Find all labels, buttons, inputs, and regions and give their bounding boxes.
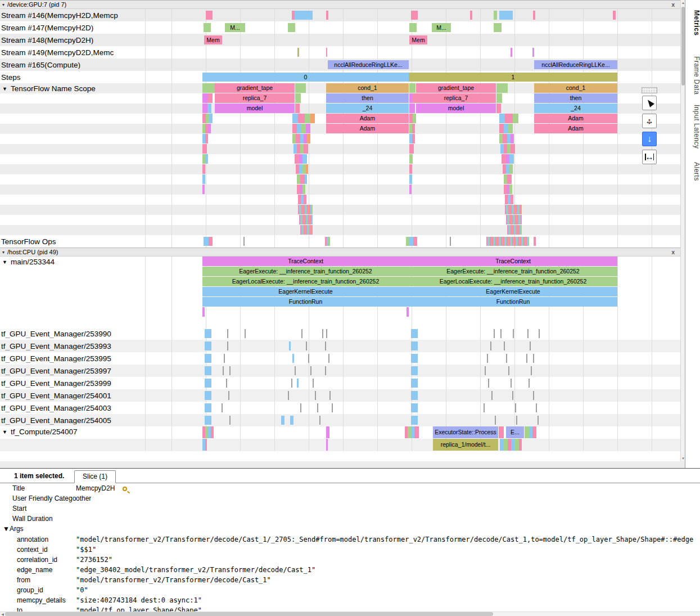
trace-tick[interactable] — [313, 379, 314, 388]
side-tab-input-latency[interactable]: Input Latency — [685, 105, 700, 149]
trace-slice[interactable]: E... — [506, 426, 524, 438]
trace-slice[interactable] — [502, 154, 506, 164]
trace-tick[interactable] — [319, 416, 320, 425]
trace-slice[interactable]: EagerExecute: __inference_train_function… — [202, 267, 409, 276]
trace-slice[interactable] — [509, 154, 514, 164]
trace-slice[interactable]: _24 — [534, 104, 617, 113]
trace-slice[interactable]: ncclAllReduceRingLLKe... — [534, 60, 617, 69]
trace-slice[interactable] — [295, 154, 299, 164]
trace-slice[interactable] — [306, 164, 308, 174]
tf-compute-label[interactable]: ▼tf_Compute/254007 — [2, 428, 78, 436]
trace-slice[interactable] — [411, 416, 418, 425]
trace-tick[interactable] — [487, 354, 488, 363]
trace-slice[interactable] — [411, 403, 418, 412]
trace-tick[interactable] — [222, 403, 223, 412]
trace-tick[interactable] — [508, 366, 509, 375]
collapse-icon[interactable]: ▾ — [2, 2, 4, 7]
trace-slice[interactable] — [298, 114, 305, 123]
horizontal-scroll-thumb[interactable] — [5, 612, 493, 616]
magnifier-icon[interactable] — [123, 487, 127, 491]
trace-tick[interactable] — [315, 391, 316, 400]
trace-slice[interactable] — [208, 93, 213, 103]
trace-tick[interactable] — [291, 379, 292, 388]
trace-slice[interactable] — [511, 144, 515, 154]
scroll-left-icon[interactable]: ◀ — [0, 612, 5, 616]
timing-tool-button[interactable]: ↔ — [642, 150, 657, 164]
trace-slice[interactable] — [302, 154, 307, 164]
trace-slice[interactable] — [206, 154, 208, 164]
trace-slice[interactable] — [211, 426, 214, 438]
trace-slice[interactable] — [326, 426, 329, 438]
trace-slice[interactable] — [205, 354, 211, 363]
trace-tick[interactable] — [511, 379, 512, 388]
trace-slice[interactable] — [511, 195, 513, 204]
side-tab-frame-data[interactable]: Frame Data — [685, 56, 700, 95]
trace-slice[interactable]: Adam — [326, 124, 409, 133]
trace-tick[interactable] — [243, 237, 245, 246]
trace-tick[interactable] — [223, 366, 224, 375]
trace-slice[interactable] — [305, 174, 307, 184]
trace-slice[interactable] — [411, 11, 418, 20]
trace-slice[interactable] — [411, 391, 418, 400]
trace-slice[interactable] — [202, 307, 205, 317]
trace-slice[interactable]: Mem — [204, 35, 222, 44]
trace-tick[interactable] — [506, 354, 507, 363]
trace-slice[interactable]: Adam — [534, 114, 617, 123]
trace-slice[interactable]: _24 — [326, 104, 409, 113]
trace-tick[interactable] — [300, 403, 301, 412]
trace-slice[interactable] — [205, 391, 211, 400]
main-thread-label[interactable]: ▼main/253344 — [2, 258, 55, 266]
trace-tick[interactable] — [513, 329, 514, 338]
trace-slice[interactable] — [496, 83, 508, 93]
trace-slice[interactable] — [534, 237, 536, 246]
collapse-icon[interactable]: ▼ — [2, 429, 7, 435]
trace-slice[interactable] — [202, 83, 215, 93]
trace-slice[interactable] — [299, 215, 313, 224]
trace-slice[interactable] — [509, 164, 513, 174]
trace-tick[interactable] — [227, 329, 228, 338]
palette-drag-handle[interactable] — [642, 87, 657, 93]
trace-slice[interactable] — [292, 354, 294, 363]
trace-tick[interactable] — [328, 354, 329, 363]
trace-slice[interactable] — [470, 11, 472, 20]
trace-slice[interactable] — [205, 379, 211, 388]
trace-slice[interactable] — [205, 416, 211, 425]
trace-tick[interactable] — [533, 391, 534, 400]
trace-slice[interactable]: ncclAllReduceRingLLKe... — [328, 60, 409, 69]
trace-tick[interactable] — [229, 416, 231, 425]
collapse-icon[interactable]: ▼ — [2, 259, 7, 265]
trace-tick[interactable] — [484, 403, 485, 412]
trace-tick[interactable] — [228, 391, 229, 400]
trace-slice[interactable] — [301, 124, 306, 133]
trace-slice[interactable] — [409, 104, 415, 113]
trace-slice[interactable] — [509, 185, 512, 194]
trace-slice[interactable]: 1 — [409, 73, 617, 82]
trace-slice[interactable]: M... — [432, 23, 451, 32]
vertical-scrollbar[interactable]: ▲ ▼ — [680, 0, 685, 461]
trace-tick[interactable] — [526, 354, 527, 363]
trace-slice[interactable] — [205, 329, 211, 338]
trace-slice[interactable] — [304, 195, 306, 204]
trace-slice[interactable] — [202, 164, 205, 174]
trace-slice[interactable] — [513, 114, 518, 123]
trace-slice[interactable] — [499, 124, 504, 133]
trace-tick[interactable] — [485, 366, 486, 375]
trace-slice[interactable] — [503, 439, 508, 451]
trace-tick[interactable] — [529, 379, 530, 388]
trace-slice[interactable]: Adam — [534, 124, 617, 133]
trace-slice[interactable] — [295, 104, 300, 113]
trace-slice[interactable] — [295, 11, 313, 20]
trace-slice[interactable] — [413, 114, 416, 123]
trace-slice[interactable] — [310, 114, 315, 123]
args-toggle[interactable]: ▼Args — [0, 524, 700, 534]
trace-slice[interactable] — [326, 11, 328, 20]
trace-slice[interactable] — [297, 379, 299, 388]
trace-tick[interactable] — [288, 391, 289, 400]
trace-tick[interactable] — [515, 403, 516, 412]
trace-slice[interactable] — [499, 11, 513, 20]
trace-tick[interactable] — [500, 329, 502, 338]
trace-slice[interactable] — [288, 23, 295, 32]
trace-slice[interactable] — [613, 11, 616, 20]
trace-tick[interactable] — [504, 341, 505, 350]
trace-slice[interactable] — [328, 237, 330, 246]
